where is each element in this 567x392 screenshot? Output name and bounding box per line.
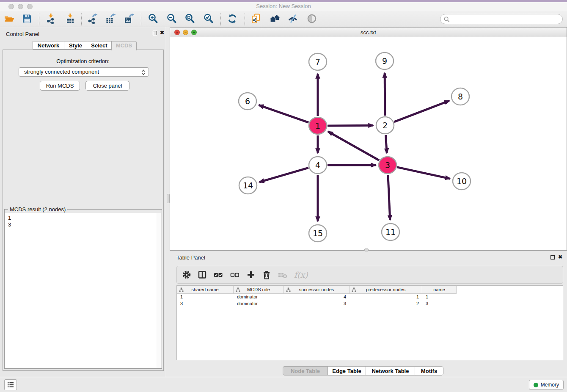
- tab-network-table[interactable]: Network Table: [366, 366, 415, 375]
- optimization-criterion-label: Optimization criterion:: [0, 58, 166, 64]
- graph-edge-4-14[interactable]: [259, 168, 308, 182]
- graph-node-7[interactable]: 7: [309, 53, 327, 70]
- mcds-result-list[interactable]: 1 3: [5, 213, 161, 368]
- table-row[interactable]: 1 dominator 4 1 1: [177, 294, 563, 301]
- status-bar: Memory: [0, 377, 567, 392]
- import-table-button[interactable]: [65, 13, 76, 24]
- float-panel-icon[interactable]: [153, 31, 157, 35]
- network-window-title: scc.txt: [170, 29, 567, 36]
- homes-icon: [269, 13, 280, 24]
- graph-edge-1-2[interactable]: [328, 125, 373, 126]
- show-columns-icon[interactable]: [198, 270, 207, 279]
- clone-network-button[interactable]: [250, 13, 261, 24]
- toolbar-separator: [141, 13, 141, 25]
- delete-trash-icon[interactable]: [262, 270, 271, 279]
- settings-gear-icon[interactable]: [182, 270, 191, 279]
- close-panel-button[interactable]: Close panel: [85, 81, 129, 91]
- tab-edge-table[interactable]: Edge Table: [328, 366, 366, 375]
- toolbar-separator: [245, 13, 245, 25]
- close-panel-icon[interactable]: ✖: [160, 30, 164, 36]
- graph-node-4[interactable]: 4: [309, 157, 327, 174]
- search-field[interactable]: [440, 14, 563, 24]
- graph-node-2[interactable]: 2: [376, 117, 394, 134]
- export-network-button[interactable]: [87, 13, 98, 24]
- graph-edge-2-9[interactable]: [385, 73, 385, 116]
- network-window-titlebar[interactable]: × − + scc.txt: [170, 28, 567, 37]
- zoom-fit-button[interactable]: [184, 13, 195, 24]
- graph-node-14[interactable]: 14: [239, 177, 257, 194]
- export-image-button[interactable]: [124, 13, 135, 24]
- zoom-in-button[interactable]: [148, 13, 159, 24]
- close-panel-icon[interactable]: ✖: [558, 254, 562, 260]
- run-mcds-button[interactable]: Run MCDS: [40, 81, 80, 91]
- network-canvas[interactable]: 7968124314101511: [170, 37, 567, 250]
- result-scrollbar[interactable]: [156, 213, 161, 368]
- open-session-button[interactable]: [4, 13, 15, 24]
- birdseye-view-button[interactable]: [306, 13, 317, 24]
- graph-edge-3-1[interactable]: [328, 132, 379, 160]
- zoom-out-button[interactable]: [166, 13, 177, 24]
- graph-node-3[interactable]: 3: [379, 157, 396, 174]
- zoom-selected-button[interactable]: [203, 13, 214, 24]
- graph-node-8[interactable]: 8: [451, 88, 469, 105]
- deselect-all-icon[interactable]: [230, 270, 240, 279]
- column-header-shared-name[interactable]: shared name: [177, 286, 234, 294]
- task-history-button[interactable]: [4, 379, 17, 390]
- search-input[interactable]: [451, 15, 559, 24]
- task-list-icon: [5, 380, 17, 390]
- column-header-successor-nodes[interactable]: successor nodes: [284, 286, 350, 294]
- save-session-button[interactable]: [22, 13, 33, 24]
- memory-button[interactable]: Memory: [529, 380, 564, 390]
- save-floppy-icon: [22, 13, 33, 24]
- hierarchy-icon: [236, 287, 240, 292]
- tab-mcds[interactable]: MCDS: [111, 41, 137, 50]
- svg-text:9: 9: [382, 56, 387, 66]
- open-folder-icon: [4, 13, 15, 24]
- import-network-button[interactable]: [45, 13, 56, 24]
- tab-network[interactable]: Network: [33, 41, 64, 50]
- select-all-icon[interactable]: [213, 270, 223, 279]
- graph-node-15[interactable]: 15: [309, 225, 327, 242]
- table-row[interactable]: 3 dominator 3 2 3: [177, 301, 563, 307]
- svg-text:2: 2: [383, 121, 388, 130]
- svg-text:15: 15: [313, 229, 323, 238]
- graph-edge-2-8[interactable]: [394, 101, 449, 122]
- float-panel-icon[interactable]: [550, 255, 555, 259]
- graph-node-6[interactable]: 6: [239, 93, 256, 110]
- vertical-splitter-handle[interactable]: [167, 194, 170, 203]
- eye-slash-icon: [287, 13, 298, 24]
- table-toolbar: f(x): [176, 266, 563, 284]
- graph-node-11[interactable]: 11: [382, 224, 399, 240]
- column-header-mcds-role[interactable]: MCDS role: [234, 286, 284, 294]
- zoom-selected-icon: [203, 13, 214, 24]
- hierarchy-icon: [352, 287, 356, 292]
- criterion-select[interactable]: strongly connected component: [19, 67, 149, 77]
- zoom-fit-icon: [184, 13, 195, 24]
- column-header-predecessor-nodes[interactable]: predecessor nodes: [350, 286, 422, 294]
- graph-node-1[interactable]: 1: [309, 117, 327, 134]
- tab-select[interactable]: Select: [87, 41, 111, 50]
- graph-edge-3-10[interactable]: [397, 167, 450, 179]
- tab-motifs[interactable]: Motifs: [415, 366, 443, 375]
- refresh-layout-button[interactable]: [227, 13, 238, 24]
- graph-node-9[interactable]: 9: [376, 52, 394, 69]
- home-button[interactable]: [269, 13, 280, 24]
- add-icon[interactable]: [246, 270, 256, 279]
- graphics-details-button[interactable]: [287, 13, 298, 24]
- svg-text:1: 1: [315, 121, 320, 130]
- tab-style[interactable]: Style: [64, 41, 87, 50]
- column-header-name[interactable]: name: [422, 286, 457, 294]
- network-view-window: × − + scc.txt 7968124314101511: [170, 27, 567, 251]
- svg-text:6: 6: [245, 97, 250, 106]
- horizontal-splitter-handle[interactable]: [364, 248, 369, 251]
- graph-edge-3-11[interactable]: [388, 175, 390, 220]
- control-panel-tabs: Network Style Select MCDS: [33, 41, 137, 50]
- graph-node-10[interactable]: 10: [453, 173, 471, 190]
- criterion-value: strongly connected component: [24, 69, 99, 75]
- graph-edge-1-6[interactable]: [259, 105, 308, 122]
- export-table-icon: [105, 13, 116, 24]
- graph-edge-2-3[interactable]: [386, 135, 387, 153]
- main-toolbar: [0, 11, 567, 27]
- export-table-button[interactable]: [105, 13, 116, 24]
- tab-node-table[interactable]: Node Table: [283, 366, 328, 375]
